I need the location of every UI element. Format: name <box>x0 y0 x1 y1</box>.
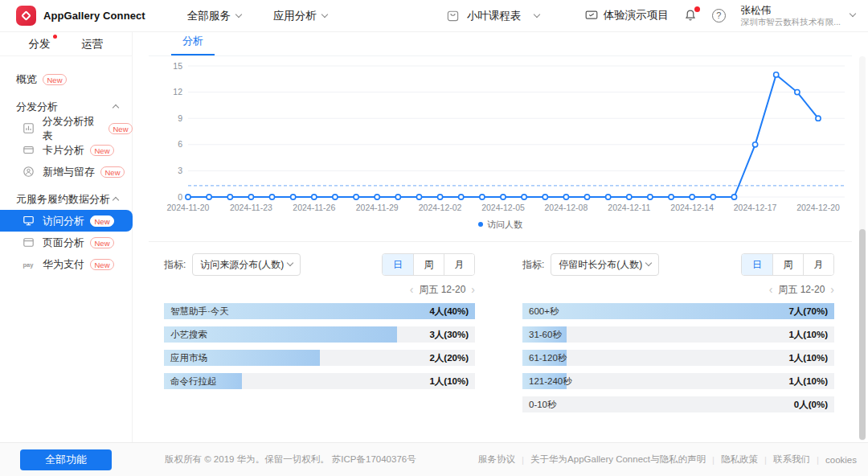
user-menu[interactable]: 张松伟 深圳市智云数科技术有限... <box>741 4 855 28</box>
footer-link[interactable]: 联系我们 <box>773 453 810 466</box>
period-option[interactable]: 日 <box>383 254 413 275</box>
svg-text:6: 6 <box>178 139 182 149</box>
bar-row[interactable]: 121-240秒1人(10%) <box>522 373 834 389</box>
sidebar-item-label: 新增与留存 <box>43 165 95 179</box>
sidebar-item-label: 访问分析 <box>43 214 84 228</box>
new-badge: New <box>90 145 114 156</box>
period-option[interactable]: 周 <box>772 254 803 275</box>
date-nav-label: 周五 12-20 <box>419 283 465 297</box>
bar-row[interactable]: 31-60秒1人(10%) <box>522 326 834 343</box>
nav-all-services[interactable]: 全部服务 <box>187 9 241 23</box>
metric-select[interactable]: 停留时长分布(人数) <box>551 253 659 276</box>
svg-text:pay: pay <box>23 261 35 269</box>
footer-link[interactable]: 隐私政策 <box>721 453 758 466</box>
bar-row[interactable]: 智慧助手·今天4人(40%) <box>164 303 475 319</box>
bar-fill <box>522 303 834 319</box>
next-date-arrow[interactable]: › <box>471 284 475 295</box>
bar-row[interactable]: 0-10秒0人(0%) <box>522 396 834 412</box>
period-option[interactable]: 周 <box>413 254 444 275</box>
bar-value: 3人(30%) <box>429 326 469 343</box>
prev-date-arrow[interactable]: ‹ <box>769 284 773 295</box>
bar-row[interactable]: 600+秒7人(70%) <box>522 303 834 319</box>
footer-link[interactable]: 服务协议 <box>478 453 515 466</box>
page-icon <box>23 236 36 248</box>
new-badge: New <box>100 166 125 178</box>
bar-row[interactable]: 小艺搜索3人(30%) <box>164 326 475 343</box>
vertical-scrollbar-thumb[interactable] <box>859 229 866 440</box>
sidebar-item-新增与留存[interactable]: 新增与留存New <box>0 161 133 183</box>
chevron-down-icon <box>850 10 856 17</box>
bar-label: 31-60秒 <box>529 326 562 343</box>
card-icon <box>23 144 36 156</box>
svg-text:12: 12 <box>173 87 182 96</box>
pay-icon: pay <box>23 259 36 269</box>
svg-text:9: 9 <box>178 113 182 123</box>
notifications-bell-icon[interactable] <box>684 9 697 22</box>
nav-app-analytics-label: 应用分析 <box>273 9 317 23</box>
project-screen-icon <box>585 10 598 21</box>
user-organization: 深圳市智云数科技术有限... <box>741 17 841 28</box>
vertical-scrollbar-track <box>859 56 866 441</box>
brand-name: AppGallery Connect <box>43 10 145 22</box>
svg-text:2024-11-20: 2024-11-20 <box>167 203 210 212</box>
distribution-sections: 指标: 访问来源分布(人数) 日周月 ‹ 周五 12-20 › 智慧助手·今天4… <box>149 242 852 420</box>
sidebar-tab[interactable]: 分发 <box>29 37 51 51</box>
next-date-arrow[interactable]: › <box>830 284 834 295</box>
new-badge: New <box>108 123 133 134</box>
period-toggle: 日周月 <box>741 253 834 276</box>
nav-app-analytics[interactable]: 应用分析 <box>273 9 327 23</box>
sidebar-tab[interactable]: 运营 <box>82 37 104 51</box>
svg-text:2024-11-26: 2024-11-26 <box>293 203 335 212</box>
bar-row[interactable]: 应用市场2人(20%) <box>164 350 475 366</box>
tab-analysis[interactable]: 分析 <box>171 34 215 55</box>
svg-text:0: 0 <box>178 192 182 202</box>
period-option[interactable]: 月 <box>444 254 474 275</box>
date-navigator: ‹ 周五 12-20 › <box>522 283 834 296</box>
footer-link[interactable]: cookies <box>825 455 857 465</box>
metric-select[interactable]: 访问来源分布(人数) <box>192 253 301 276</box>
bar-value: 2人(20%) <box>429 350 469 366</box>
chevron-down-icon <box>235 10 242 17</box>
svg-text:2024-12-05: 2024-12-05 <box>481 203 525 212</box>
chevron-down-icon <box>321 10 328 17</box>
app-selector[interactable]: 小叶课程表 <box>446 9 540 23</box>
legend-dot-icon <box>478 222 483 227</box>
all-features-button[interactable]: 全部功能 <box>20 449 112 470</box>
sidebar-item-访问分析[interactable]: 访问分析New <box>0 210 133 232</box>
bar-label: 61-120秒 <box>529 350 567 366</box>
metric-select-value: 访问来源分布(人数) <box>200 258 284 272</box>
sidebar-item-卡片分析[interactable]: 卡片分析New <box>0 139 133 161</box>
footer-link[interactable]: 关于华为AppGallery Connect与隐私的声明 <box>530 453 706 466</box>
svg-text:2024-12-17: 2024-12-17 <box>734 203 777 212</box>
main-content: 分析 036912152024-11-202024-11-232024-11-2… <box>149 32 852 442</box>
footer-link-separator: | <box>810 455 825 465</box>
bar-list: 600+秒7人(70%)31-60秒1人(10%)61-120秒1人(10%)1… <box>522 303 834 412</box>
svg-text:2024-12-20: 2024-12-20 <box>796 203 840 212</box>
sidebar-item-label: 华为支付 <box>43 257 84 272</box>
top-header: AppGallery Connect 全部服务 应用分析 小叶课程表 体验演示项… <box>0 0 868 32</box>
bar-value: 1人(10%) <box>788 350 828 366</box>
bar-label: 600+秒 <box>529 303 559 319</box>
sidebar-item-华为支付[interactable]: pay华为支付New <box>0 253 133 275</box>
metric-label: 指标: <box>164 258 186 272</box>
brand-logo[interactable]: AppGallery Connect <box>16 6 145 26</box>
demo-project-button[interactable]: 体验演示项目 <box>585 8 669 23</box>
bar-value: 1人(10%) <box>429 373 469 389</box>
period-option[interactable]: 日 <box>742 254 772 275</box>
bar-label: 0-10秒 <box>529 396 557 412</box>
bar-label: 应用市场 <box>170 350 207 366</box>
bar-value: 1人(10%) <box>788 373 828 389</box>
help-icon[interactable]: ? <box>712 9 726 23</box>
distribution-section: 指标: 停留时长分布(人数) 日周月 ‹ 周五 12-20 › 600+秒7人(… <box>522 253 834 420</box>
visits-line-chart[interactable]: 036912152024-11-202024-11-232024-11-2620… <box>149 58 852 217</box>
sidebar-item-分发分析报表[interactable]: 分发分析报表New <box>0 117 133 139</box>
sidebar-item-概览[interactable]: 概览New <box>0 68 133 90</box>
bar-row[interactable]: 命令行拉起1人(10%) <box>164 373 475 389</box>
period-option[interactable]: 月 <box>803 254 833 275</box>
sidebar-group-header[interactable]: 元服务履约数据分析 <box>0 188 132 210</box>
sidebar-item-页面分析[interactable]: 页面分析New <box>0 232 133 253</box>
bar-row[interactable]: 61-120秒1人(10%) <box>522 350 834 366</box>
prev-date-arrow[interactable]: ‹ <box>410 284 414 295</box>
chevron-down-icon <box>287 260 293 266</box>
svg-text:2024-11-29: 2024-11-29 <box>356 203 399 212</box>
